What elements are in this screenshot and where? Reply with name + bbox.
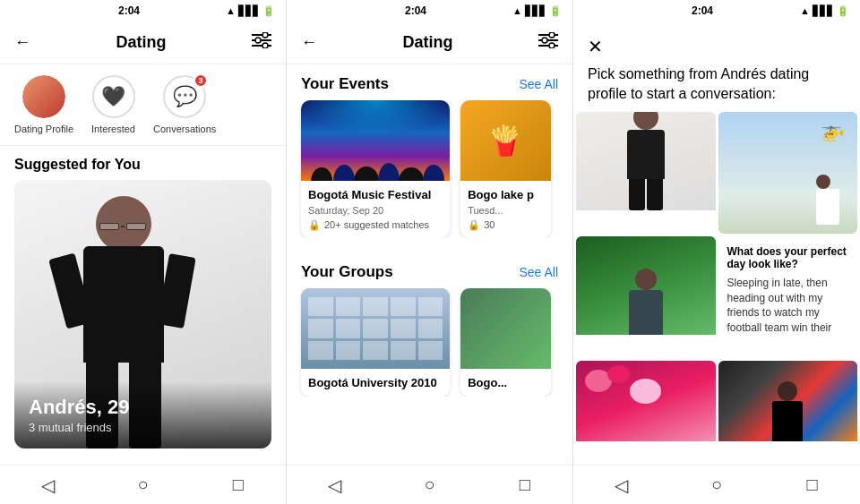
group-title-1: Bogotá University 2010 xyxy=(301,369,450,397)
group-card-img-building xyxy=(301,288,450,369)
event-card-music-festival[interactable]: Bogotá Music Festival Saturday, Sep 20 🔒… xyxy=(301,100,450,238)
signal-icon-3: ▋▋▋ xyxy=(813,5,834,17)
bottom-nav-2: ◁ ○ □ xyxy=(287,465,572,504)
gp-body xyxy=(772,401,803,441)
flowers-bg xyxy=(576,361,716,441)
page-title-2: Dating xyxy=(317,33,538,52)
sidebar-item-dating-profile[interactable]: Dating Profile xyxy=(14,75,73,134)
sidebar-item-conversations[interactable]: 💬 3 Conversations xyxy=(153,75,216,134)
phone-dating-main: 2:04 ▲ ▋▋▋ 🔋 ← Dating Dating Pr xyxy=(0,0,287,504)
building-facade xyxy=(301,288,450,369)
window xyxy=(308,319,333,337)
window xyxy=(336,341,361,360)
svg-point-16 xyxy=(399,167,424,181)
conversations-badge: 3 xyxy=(194,73,208,88)
card-overlay: Andrés, 29 3 mutual friends xyxy=(14,381,271,448)
person-glasses xyxy=(99,223,148,230)
grid-cell-drone[interactable]: 🚁 xyxy=(718,112,858,234)
person-body xyxy=(83,246,164,363)
window xyxy=(308,341,333,360)
event-card-img-fries: 🍟 xyxy=(460,100,550,181)
events-title: Your Events xyxy=(301,75,389,93)
grid-cell-foliage[interactable] xyxy=(576,236,716,358)
wifi-icon-2: ▲ xyxy=(512,5,522,16)
card-mutual-friends: 3 mutual friends xyxy=(29,421,257,434)
interested-label: Interested xyxy=(91,124,135,134)
window xyxy=(391,341,416,360)
phone-profile-picker: 2:04 ▲ ▋▋▋ 🔋 ✕ Pick something from André… xyxy=(573,0,860,504)
back-nav-icon-3[interactable]: ◁ xyxy=(603,467,639,503)
grid-cell-graffiti[interactable] xyxy=(718,361,858,465)
foliage-person xyxy=(629,269,663,335)
home-nav-icon-3[interactable]: ○ xyxy=(699,467,735,503)
conversations-circle: 💬 3 xyxy=(163,75,206,118)
heart-icon: 🖤 xyxy=(101,85,125,108)
event-date-2: Tuesd... xyxy=(468,205,543,216)
filter-button-2[interactable] xyxy=(538,32,558,53)
recent-nav-icon[interactable]: □ xyxy=(220,467,256,503)
back-button-1[interactable]: ← xyxy=(14,33,30,52)
interested-circle: 🖤 xyxy=(92,75,135,118)
flower-blob-2 xyxy=(607,365,630,383)
suggested-card[interactable]: Andrés, 29 3 mutual friends xyxy=(14,180,271,448)
svg-point-3 xyxy=(262,32,268,38)
stage-lights xyxy=(301,100,450,136)
building-grid xyxy=(308,297,443,360)
back-nav-icon-2[interactable]: ◁ xyxy=(316,467,352,503)
sidebar-item-interested[interactable]: 🖤 Interested xyxy=(91,75,135,134)
back-button-2[interactable]: ← xyxy=(301,33,317,52)
question-text: What does your perfect day look like? xyxy=(727,245,849,270)
recent-nav-icon-2[interactable]: □ xyxy=(507,467,543,503)
home-nav-icon[interactable]: ○ xyxy=(125,467,160,503)
drone-icon-emoji: 🚁 xyxy=(821,119,845,142)
filter-button-1[interactable] xyxy=(252,32,271,53)
groups-row: Bogotá University 2010 Bogo... xyxy=(287,288,572,397)
svg-point-13 xyxy=(333,165,355,181)
picker-header: ✕ Pick something from Andrés dating prof… xyxy=(573,21,860,112)
profile-picker-grid: 🚁 What does your perfect day look like? … xyxy=(573,112,860,465)
group-card-2[interactable]: Bogo... xyxy=(460,288,550,397)
wifi-icon-3: ▲ xyxy=(800,5,810,16)
svg-point-4 xyxy=(255,38,261,43)
events-section-header: Your Events See All xyxy=(287,64,572,100)
fp-body xyxy=(629,290,663,335)
groups-see-all[interactable]: See All xyxy=(519,265,558,279)
window xyxy=(391,297,416,316)
grid-cell-person-sitting[interactable] xyxy=(576,112,716,234)
status-time-3: 2:04 xyxy=(692,4,713,17)
gp-head xyxy=(778,381,797,401)
group-card-university[interactable]: Bogotá University 2010 xyxy=(301,288,450,397)
svg-point-5 xyxy=(262,43,268,48)
signal-icon: ▋▋▋ xyxy=(238,5,260,17)
status-icons-2: ▲ ▋▋▋ 🔋 xyxy=(512,5,562,17)
event-card-lake[interactable]: 🍟 Bogo lake p Tuesd... 🔒 30 xyxy=(460,100,550,238)
bottom-nav-3: ◁ ○ □ xyxy=(573,465,860,504)
home-nav-icon-2[interactable]: ○ xyxy=(411,467,447,503)
back-nav-icon[interactable]: ◁ xyxy=(30,467,65,503)
drone-person-figure xyxy=(816,175,839,225)
events-row: Bogotá Music Festival Saturday, Sep 20 🔒… xyxy=(287,100,572,238)
dating-profile-label: Dating Profile xyxy=(14,124,73,134)
grid-cell-flowers[interactable] xyxy=(576,361,716,465)
recent-nav-icon-3[interactable]: □ xyxy=(795,467,830,503)
bottom-nav-1: ◁ ○ □ xyxy=(0,465,286,504)
event-matches-1: 🔒 20+ suggested matches xyxy=(308,219,443,231)
battery-icon-2: 🔋 xyxy=(549,5,562,17)
svg-point-15 xyxy=(378,163,400,181)
grid-cell-question[interactable]: What does your perfect day look like? Sl… xyxy=(718,236,858,335)
status-icons-1: ▲ ▋▋▋ 🔋 xyxy=(226,5,275,17)
status-bar-1: 2:04 ▲ ▋▋▋ 🔋 xyxy=(0,0,286,21)
close-button[interactable]: ✕ xyxy=(588,36,603,57)
window xyxy=(391,319,416,337)
sp-head xyxy=(633,112,658,130)
graffiti-scene-container xyxy=(718,361,858,441)
flowers-scene-container xyxy=(576,361,716,441)
answer-text: Sleeping in late, then heading out with … xyxy=(727,276,849,335)
events-see-all[interactable]: See All xyxy=(519,77,558,91)
window xyxy=(336,297,361,316)
svg-point-10 xyxy=(542,38,547,43)
battery-icon-3: 🔋 xyxy=(837,5,849,17)
fries-emoji: 🍟 xyxy=(487,124,523,158)
event-date-1: Saturday, Sep 20 xyxy=(308,205,443,216)
lock-icon-1: 🔒 xyxy=(308,219,321,231)
